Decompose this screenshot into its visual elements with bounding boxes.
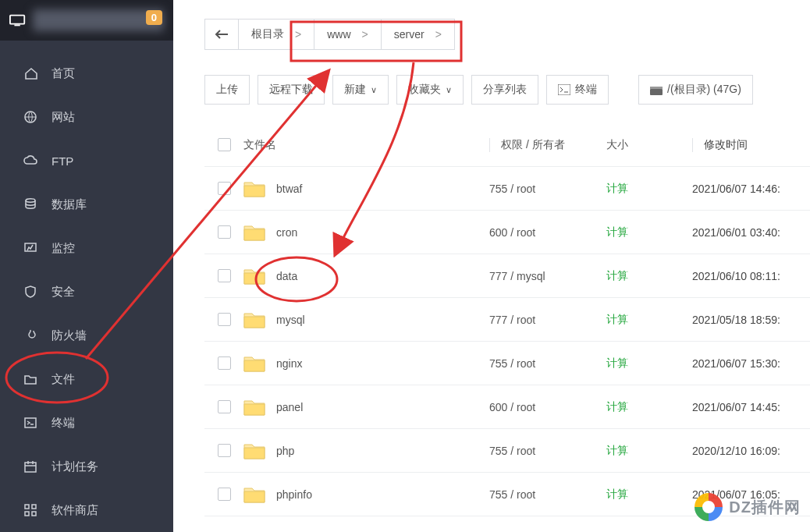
sidebar-item-label: 软件商店 xyxy=(52,503,98,518)
row-checkbox[interactable] xyxy=(218,313,231,326)
file-permissions[interactable]: 777 / root xyxy=(489,314,606,326)
compute-size-link[interactable]: 计算 xyxy=(606,488,628,500)
notification-badge[interactable]: 0 xyxy=(146,10,162,25)
chevron-right-icon: > xyxy=(351,28,368,41)
calendar-icon xyxy=(23,459,37,473)
sidebar-item-grid[interactable]: 软件商店 xyxy=(0,488,173,532)
sidebar-item-label: 数据库 xyxy=(52,197,87,212)
sidebar-item-calendar[interactable]: 计划任务 xyxy=(0,445,173,488)
compute-size-link[interactable]: 计算 xyxy=(606,225,628,238)
compute-size-link[interactable]: 计算 xyxy=(606,356,628,369)
row-checkbox[interactable] xyxy=(218,400,231,413)
home-icon xyxy=(23,66,37,80)
file-name[interactable]: cron xyxy=(276,226,297,239)
file-permissions[interactable]: 755 / root xyxy=(489,445,606,457)
chevron-down-icon: ∨ xyxy=(371,85,377,95)
sidebar-item-home[interactable]: 首页 xyxy=(0,51,173,95)
col-header-name[interactable]: 文件名 xyxy=(243,138,489,152)
watermark-text: DZ插件网 xyxy=(729,497,801,518)
file-table: 文件名 权限 / 所有者 大小 修改时间 btwaf755 / root计算20… xyxy=(204,123,810,516)
file-name[interactable]: data xyxy=(276,270,297,282)
breadcrumb-www[interactable]: www > xyxy=(314,19,382,50)
favorites-button[interactable]: 收藏夹∨ xyxy=(396,75,464,105)
chevron-right-icon: > xyxy=(425,28,442,41)
file-name[interactable]: mysql xyxy=(276,314,305,326)
file-date: 2021/05/18 18:59: xyxy=(692,314,810,326)
file-permissions[interactable]: 600 / root xyxy=(489,401,606,413)
file-permissions[interactable]: 755 / root xyxy=(489,357,606,370)
compute-size-link[interactable]: 计算 xyxy=(606,182,628,194)
row-checkbox[interactable] xyxy=(218,182,231,195)
file-name[interactable]: nginx xyxy=(276,357,302,370)
chevron-right-icon: > xyxy=(284,28,301,41)
terminal-button[interactable]: 终端 xyxy=(546,75,609,105)
row-checkbox[interactable] xyxy=(218,269,231,282)
row-checkbox[interactable] xyxy=(218,444,231,457)
compute-size-link[interactable]: 计算 xyxy=(606,444,628,456)
compute-size-link[interactable]: 计算 xyxy=(606,313,628,325)
table-row[interactable]: panel600 / root计算2021/06/07 14:45: xyxy=(204,385,810,429)
remote-download-button[interactable]: 远程下载 xyxy=(258,75,325,105)
table-row[interactable]: nginx755 / root计算2021/06/07 15:30: xyxy=(204,342,810,385)
row-checkbox[interactable] xyxy=(218,356,231,370)
table-row[interactable]: cron600 / root计算2021/06/01 03:40: xyxy=(204,211,810,254)
sidebar-item-terminal[interactable]: 终端 xyxy=(0,401,173,445)
new-label: 新建 xyxy=(344,83,366,97)
sidebar-item-shield[interactable]: 安全 xyxy=(0,270,173,314)
sidebar-item-folder[interactable]: 文件 xyxy=(0,357,173,401)
arrow-left-icon xyxy=(215,29,229,40)
file-date: 2021/06/10 08:11: xyxy=(692,270,810,282)
sidebar-item-globe[interactable]: 网站 xyxy=(0,95,173,139)
terminal-icon xyxy=(23,416,37,430)
fav-label: 收藏夹 xyxy=(408,83,441,97)
svg-rect-1 xyxy=(14,25,20,27)
breadcrumb: 根目录 > www > server > xyxy=(204,19,810,50)
file-name[interactable]: btwaf xyxy=(276,183,302,195)
file-permissions[interactable]: 755 / root xyxy=(489,183,606,195)
sidebar-item-monitor[interactable]: 监控 xyxy=(0,226,173,270)
app-logo-icon xyxy=(9,13,27,27)
table-row[interactable]: btwaf755 / root计算2021/06/07 14:46: xyxy=(204,167,810,211)
file-permissions[interactable]: 600 / root xyxy=(489,226,606,239)
svg-rect-4 xyxy=(25,243,36,251)
terminal-icon xyxy=(558,84,570,95)
upload-button[interactable]: 上传 xyxy=(204,75,250,105)
breadcrumb-label: www xyxy=(327,28,350,41)
file-name[interactable]: panel xyxy=(276,401,303,413)
new-button[interactable]: 新建∨ xyxy=(332,75,389,105)
folder-icon xyxy=(23,372,37,386)
sidebar-item-fire[interactable]: 防火墙 xyxy=(0,314,173,357)
sidebar: 0 首页网站FTP数据库监控安全防火墙文件终端计划任务软件商店 xyxy=(0,0,173,532)
row-checkbox[interactable] xyxy=(218,225,231,239)
compute-size-link[interactable]: 计算 xyxy=(606,400,628,413)
file-name[interactable]: phpinfo xyxy=(276,488,312,501)
col-header-date[interactable]: 修改时间 xyxy=(692,138,810,152)
sidebar-item-cloud[interactable]: FTP xyxy=(0,139,173,183)
sidebar-item-label: 防火墙 xyxy=(52,328,87,343)
back-button[interactable] xyxy=(204,19,239,50)
col-header-size[interactable]: 大小 xyxy=(606,138,692,152)
file-permissions[interactable]: 777 / mysql xyxy=(489,270,606,282)
row-checkbox[interactable] xyxy=(218,488,231,501)
cloud-icon xyxy=(23,154,37,168)
compute-size-link[interactable]: 计算 xyxy=(606,269,628,282)
file-name[interactable]: php xyxy=(276,445,294,457)
fire-icon xyxy=(23,328,37,342)
breadcrumb-server[interactable]: server > xyxy=(382,19,455,50)
col-header-perm[interactable]: 权限 / 所有者 xyxy=(489,138,606,152)
sidebar-item-label: 安全 xyxy=(52,285,75,300)
table-row[interactable]: mysql777 / root计算2021/05/18 18:59: xyxy=(204,298,810,342)
file-date: 2021/06/07 15:30: xyxy=(692,357,810,370)
file-permissions[interactable]: 755 / root xyxy=(489,488,606,501)
nav-list: 首页网站FTP数据库监控安全防火墙文件终端计划任务软件商店 xyxy=(0,41,173,532)
disk-button[interactable]: /(根目录) (47G) xyxy=(638,75,753,105)
table-row[interactable]: data777 / mysql计算2021/06/10 08:11: xyxy=(204,254,810,298)
share-list-button[interactable]: 分享列表 xyxy=(471,75,538,105)
breadcrumb-root[interactable]: 根目录 > xyxy=(239,19,314,50)
sidebar-item-db[interactable]: 数据库 xyxy=(0,183,173,226)
table-row[interactable]: php755 / root计算2020/12/10 16:09: xyxy=(204,429,810,473)
svg-rect-11 xyxy=(558,84,570,95)
select-all-checkbox[interactable] xyxy=(218,138,231,151)
svg-rect-6 xyxy=(25,463,36,472)
sidebar-item-label: 终端 xyxy=(52,416,75,431)
